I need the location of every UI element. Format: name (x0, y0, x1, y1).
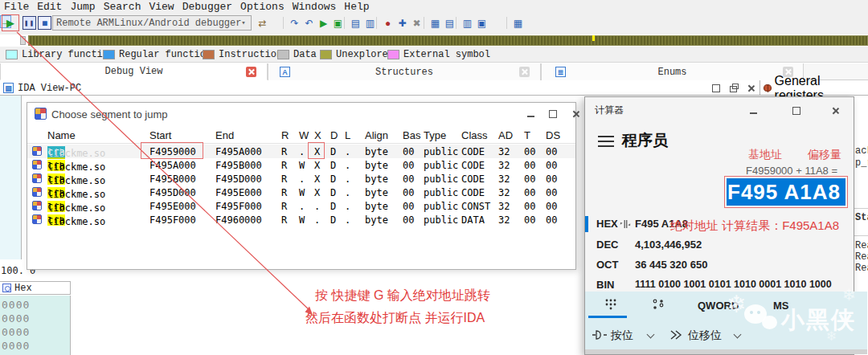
col-ad[interactable]: AD (498, 129, 513, 141)
modules-window-icon[interactable]: ▦ (511, 16, 525, 30)
cell-end: F4960000 (215, 214, 262, 226)
menu-jump[interactable]: Jump (66, 1, 99, 13)
close-icon[interactable] (571, 109, 580, 118)
menu-file[interactable]: File (0, 1, 33, 13)
cell-ds: 00 (546, 173, 557, 185)
full-keypad-icon[interactable] (604, 298, 619, 311)
navigation-band[interactable] (28, 35, 868, 46)
radix-row-oct[interactable]: OCT 36 445 320 650 (585, 259, 854, 276)
cell-ds: 00 (546, 214, 557, 226)
close-tab-icon[interactable] (246, 67, 256, 77)
menu-help[interactable]: Help (340, 1, 373, 13)
ida-view-icon: ▤ (3, 83, 14, 93)
maximize-icon[interactable] (792, 106, 800, 115)
col-ds[interactable]: DS (546, 129, 560, 141)
col-x[interactable]: X (314, 129, 321, 141)
segment-row[interactable]: libcrackme.soF495D000F495E000RWXD.byte00… (27, 186, 575, 199)
segment-row[interactable]: libcrackme.soF495B000F495D000R.XD.byte00… (27, 172, 575, 186)
hamburger-menu-icon[interactable] (598, 136, 614, 147)
pause-process-icon[interactable]: ▣ (331, 16, 345, 30)
bitwise-dropdown[interactable]: 按位 (611, 328, 633, 343)
col-end[interactable]: End (215, 129, 234, 141)
trace-icon[interactable]: ⇄ (256, 16, 269, 30)
menu-search[interactable]: Search (100, 1, 145, 13)
col-start[interactable]: Start (149, 129, 171, 141)
chevron-down-icon[interactable] (647, 331, 655, 339)
chevron-down-icon[interactable]: ▾ (238, 18, 249, 28)
pause-process-button[interactable]: ❚❚ (23, 16, 36, 30)
segment-table-header[interactable]: Name Start End R W X D L Align Bas Type … (27, 128, 575, 144)
threads-window-icon[interactable]: ▣ (475, 16, 489, 30)
close-icon[interactable] (831, 106, 840, 115)
menu-edit[interactable]: Edit (33, 1, 66, 13)
start-process-button[interactable]: ▶ (2, 14, 19, 31)
toolbar: ▶ ❚❚ ■ Remote ARMLinux/Android debugger … (0, 14, 868, 35)
segment-icon (32, 160, 42, 169)
stack-window-icon[interactable]: ▥ (461, 16, 474, 30)
maximize-icon[interactable] (548, 109, 557, 118)
radix-label: HEX (596, 218, 618, 230)
col-align[interactable]: Align (365, 129, 388, 141)
minimize-icon[interactable] (526, 110, 535, 119)
open-hexview-icon[interactable]: ▥ (363, 16, 377, 30)
tab-structures[interactable]: A Structures (268, 63, 541, 80)
segment-row[interactable]: libcrackme.soF495E000F495F000R..D.byte00… (27, 199, 575, 213)
segment-icon (32, 214, 42, 224)
run-to-cursor-icon[interactable]: ▶ (317, 16, 330, 30)
dialog-titlebar[interactable]: Choose segment to jump (27, 103, 575, 124)
step-into-icon[interactable]: ↷ (288, 16, 301, 30)
radix-value: 36 445 320 650 (635, 259, 707, 271)
col-name[interactable]: Name (47, 129, 76, 141)
remove-breakpoint-icon[interactable]: ✖ (410, 16, 424, 30)
menu-debugger[interactable]: Debugger (178, 1, 236, 13)
cell-bas: 00 (403, 173, 414, 185)
hex-row: 0000 (2, 298, 70, 312)
col-l[interactable]: L (345, 129, 350, 141)
annotation-tip-line1: 按 快捷键 G 输入绝对地址跳转 (315, 288, 490, 304)
bit-toggle-keypad-icon[interactable] (651, 298, 665, 311)
menu-windows[interactable]: Windows (289, 1, 341, 13)
col-t[interactable]: T (524, 129, 530, 141)
calculator-result[interactable]: F495 A1A8 (727, 178, 845, 206)
watches-window-icon[interactable]: ▦ (428, 16, 442, 30)
col-class[interactable]: Class (461, 129, 488, 141)
calculator-keypad-zone: QWORD MS 按位 位移位 ❄ ❄ ❄ 小黑侠 (585, 292, 867, 354)
tab-enums[interactable]: ≣ Enums (541, 63, 804, 80)
open-disassembly-icon[interactable]: ▤ (349, 16, 362, 30)
col-r[interactable]: R (281, 129, 289, 141)
general-registers-header[interactable]: General registers (760, 80, 868, 96)
hex-dump-panel[interactable]: 0000 0000 0000 0000 (0, 296, 71, 355)
add-breakpoint-icon[interactable]: ✚ (395, 16, 409, 30)
choose-segment-dialog: Choose segment to jump Name Start End R … (27, 102, 576, 270)
cell-type: public (424, 201, 458, 212)
bit-shift-dropdown[interactable]: 位移位 (688, 328, 722, 343)
menu-view[interactable]: View (145, 1, 178, 13)
segment-row[interactable]: libcrackme.soF495F000F4960000RW.D.byte00… (27, 213, 575, 226)
col-bas[interactable]: Bas (403, 129, 420, 141)
segment-row[interactable]: libcrackme.soF4959000F495A000R.XD.byte00… (27, 145, 575, 158)
breakpoint-icon[interactable]: ● (381, 16, 395, 30)
clipped-text: Rea (855, 263, 868, 274)
minimize-icon[interactable] (749, 107, 758, 116)
col-type[interactable]: Type (424, 129, 446, 141)
cell-x: . (314, 214, 320, 226)
maximize-panel-icon[interactable] (711, 84, 720, 92)
close-panel-icon[interactable] (747, 84, 755, 92)
step-over-icon[interactable]: ↶ (302, 16, 316, 30)
col-w[interactable]: W (299, 129, 309, 141)
float-panel-icon[interactable] (729, 84, 738, 92)
chevron-down-icon[interactable] (734, 331, 742, 339)
menu-options[interactable]: Options (236, 1, 289, 13)
locals-window-icon[interactable]: ▤ (443, 16, 457, 30)
debugger-selector[interactable]: Remote ARMLinux/Android debugger ▾ (52, 15, 252, 31)
cell-ad: 32 (498, 173, 510, 185)
cell-start: F4959000 (149, 146, 196, 157)
bit-shift-icon (669, 328, 683, 341)
col-d[interactable]: D (330, 129, 338, 141)
tab-debug-view[interactable]: Debug View (0, 63, 268, 80)
stop-process-button[interactable]: ■ (38, 16, 51, 30)
radix-row-dec[interactable]: DEC 4,103,446,952 (585, 239, 854, 256)
tab-hex-view[interactable]: Hex (0, 281, 71, 295)
close-tab-icon[interactable] (519, 67, 530, 77)
segment-row[interactable]: libcrackme.soF495A000F495B000RWXD.byte00… (27, 158, 575, 172)
